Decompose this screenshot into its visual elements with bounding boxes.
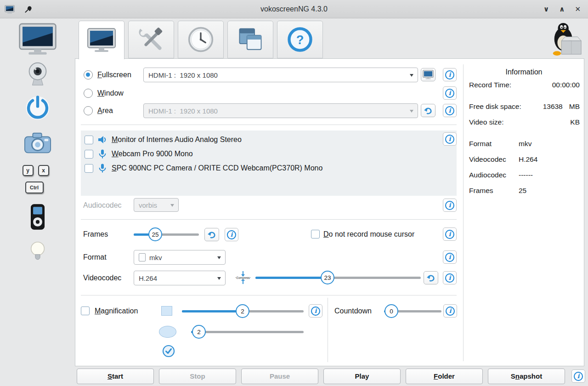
area-reset-button[interactable] (421, 104, 435, 117)
play-button[interactable]: Play (323, 369, 401, 384)
info-frames-row: Frames 25 (469, 187, 526, 195)
frames-info-button[interactable]: i (225, 228, 238, 241)
area-label: Area (97, 106, 113, 115)
start-button[interactable]: Start (77, 369, 154, 384)
chevron-down-icon (410, 110, 413, 113)
screen-picker-button[interactable] (421, 68, 435, 81)
quality-reset-button[interactable] (424, 271, 438, 284)
info-icon: i (445, 106, 454, 115)
sidebar-item-screencast[interactable] (18, 23, 57, 57)
hide-mouse-info-button[interactable]: i (443, 227, 457, 241)
close-button[interactable]: ✕ (575, 5, 581, 13)
fullscreen-radio[interactable] (84, 70, 93, 79)
record-time-label: Record Time: (469, 81, 511, 89)
window-controls: ∨ ∧ ✕ (543, 0, 581, 18)
magnification-confirm-icon[interactable] (162, 345, 175, 358)
video-size-label: Video size: (469, 118, 504, 126)
area-screen-combobox: HDMI-1 : 1920 x 1080 (143, 103, 418, 118)
snapshot-button[interactable]: Snapshot (488, 369, 565, 384)
tab-windows[interactable] (227, 21, 273, 58)
magnification-rect-shape-button[interactable] (161, 306, 172, 316)
frames-reset-button[interactable] (204, 228, 219, 241)
tab-screen[interactable] (79, 21, 124, 59)
magnification-rect-slider[interactable]: 2 (182, 304, 304, 318)
tab-help[interactable]: ? (277, 21, 323, 58)
shade-button[interactable]: ∨ (543, 5, 549, 13)
fullscreen-info-button[interactable]: i (443, 68, 457, 81)
audiocodec-combobox: vorbis (134, 198, 179, 212)
audio-device-row: Webcam Pro 9000 Mono (85, 148, 193, 159)
window-info-button[interactable]: i (443, 86, 457, 100)
tools-icon (137, 26, 165, 53)
videocodec-info-button[interactable]: i (443, 271, 457, 284)
hide-mouse-checkbox[interactable] (311, 230, 320, 238)
info-frames-value: 25 (519, 187, 526, 195)
magnification-info-button[interactable]: i (309, 304, 322, 318)
stop-button[interactable]: Stop (159, 369, 236, 384)
info-icon: i (574, 372, 583, 381)
tab-timer[interactable] (178, 21, 224, 58)
countdown-slider[interactable]: 0 (384, 304, 441, 318)
chevron-down-icon (217, 277, 221, 280)
info-icon: i (227, 230, 236, 239)
magnification-ellipse-slider-handle[interactable]: 2 (192, 325, 206, 339)
info-videocodec-row: Videocodec H.264 (469, 155, 537, 164)
area-radio[interactable] (84, 106, 93, 115)
maximize-button[interactable]: ∧ (559, 5, 565, 13)
info-icon: i (445, 89, 454, 98)
magnification-label: Magnification (95, 307, 138, 316)
magnification-ellipse-shape-button[interactable] (159, 326, 176, 338)
fullscreen-screen-combobox[interactable]: HDMI-1 : 1920 x 1080 (143, 68, 418, 82)
information-title: Information (464, 68, 584, 76)
format-info-button[interactable]: i (443, 250, 457, 264)
videocodec-combobox[interactable]: H.264 (134, 271, 226, 285)
audio-device-checkbox[interactable] (85, 136, 93, 144)
separator (81, 295, 457, 295)
speaker-icon (97, 135, 107, 145)
frames-slider[interactable]: 25 (134, 227, 199, 241)
magnification-checkbox[interactable] (81, 307, 90, 315)
media-player-icon (24, 203, 51, 231)
audio-device-checkbox[interactable] (85, 150, 93, 159)
countdown-slider-handle[interactable]: 0 (384, 304, 398, 318)
sidebar-item-camera[interactable] (23, 129, 52, 158)
separator (81, 125, 457, 125)
lightbulb-icon (25, 238, 50, 264)
quality-slider-handle[interactable]: 23 (321, 271, 334, 284)
quality-slider[interactable]: 23 (255, 271, 421, 284)
audio-device-checkbox[interactable] (85, 164, 93, 173)
area-screen-value: HDMI-1 : 1920 x 1080 (148, 107, 218, 115)
magnification-rect-slider-handle[interactable]: 2 (236, 304, 249, 318)
folder-button[interactable]: Folder (406, 369, 483, 384)
countdown-info-button[interactable]: i (443, 304, 457, 318)
sidebar-item-webcam[interactable] (23, 60, 52, 89)
slider-fill (255, 277, 328, 279)
area-info-button[interactable]: i (443, 104, 457, 117)
audio-device-list: Monitor of Internes Audio Analog Stereo … (81, 131, 457, 196)
audio-device-row: SPC 900NC PC Camera / ORITE CCD Webcam(P… (85, 163, 322, 174)
audiocodec-info-button[interactable]: i (443, 199, 457, 212)
toolbar-info-button[interactable]: i (571, 369, 585, 383)
window-radio[interactable] (84, 89, 93, 98)
pause-button[interactable]: Pause (241, 369, 318, 384)
tab-tools[interactable] (128, 21, 174, 58)
magnification-ellipse-slider[interactable]: 2 (191, 325, 304, 339)
format-value: mkv (149, 254, 162, 261)
clock-icon (187, 26, 215, 53)
format-combobox[interactable]: mkv (134, 250, 226, 265)
audio-device-label: Monitor of Internes Audio Analog Stereo (112, 136, 242, 144)
audio-info-button[interactable]: i (443, 132, 457, 146)
sidebar-item-hotkeys[interactable]: y x Ctrl (22, 165, 54, 197)
sidebar-item-systray[interactable] (25, 238, 50, 264)
sidebar-item-player[interactable] (24, 203, 51, 231)
slider-track[interactable] (191, 331, 304, 333)
frames-slider-handle[interactable]: 25 (148, 227, 162, 241)
svg-text:Compress: Compress (236, 276, 250, 280)
bottom-toolbar: Start Stop Pause Play Folder Snapshot i (75, 366, 588, 386)
sidebar-item-power[interactable] (24, 95, 51, 121)
info-frames-label: Frames (469, 187, 519, 195)
free-disk-space-value: 13638 (543, 102, 563, 111)
hide-mouse-label: Do not record mouse cursor (323, 230, 414, 239)
frames-label: Frames (83, 230, 108, 239)
undo-icon (423, 106, 433, 116)
